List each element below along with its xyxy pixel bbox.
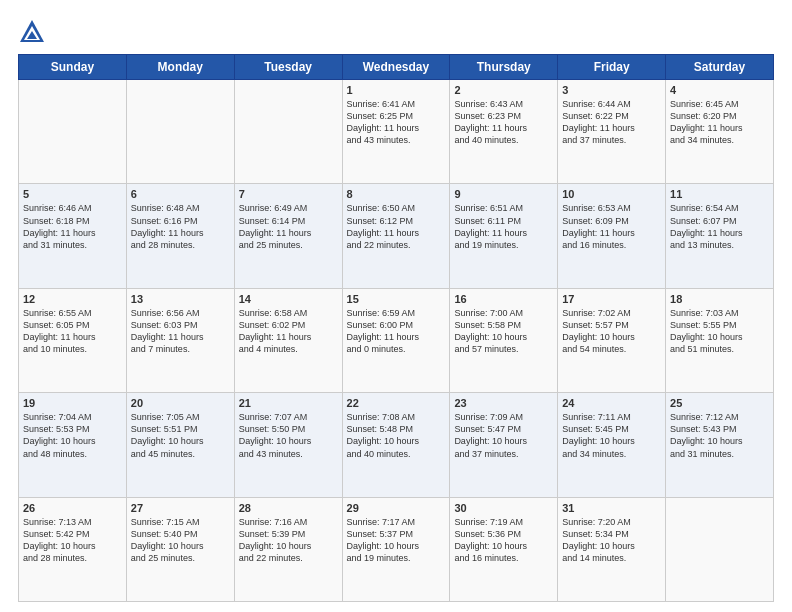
day-info: Sunrise: 6:48 AM Sunset: 6:16 PM Dayligh… bbox=[131, 202, 230, 251]
calendar-empty-cell bbox=[126, 80, 234, 184]
calendar-day-4: 4Sunrise: 6:45 AM Sunset: 6:20 PM Daylig… bbox=[666, 80, 774, 184]
day-info: Sunrise: 6:43 AM Sunset: 6:23 PM Dayligh… bbox=[454, 98, 553, 147]
day-info: Sunrise: 6:54 AM Sunset: 6:07 PM Dayligh… bbox=[670, 202, 769, 251]
day-number: 2 bbox=[454, 84, 553, 96]
day-number: 3 bbox=[562, 84, 661, 96]
calendar-day-9: 9Sunrise: 6:51 AM Sunset: 6:11 PM Daylig… bbox=[450, 184, 558, 288]
day-number: 7 bbox=[239, 188, 338, 200]
day-number: 6 bbox=[131, 188, 230, 200]
weekday-header-wednesday: Wednesday bbox=[342, 55, 450, 80]
calendar-day-25: 25Sunrise: 7:12 AM Sunset: 5:43 PM Dayli… bbox=[666, 393, 774, 497]
calendar-day-11: 11Sunrise: 6:54 AM Sunset: 6:07 PM Dayli… bbox=[666, 184, 774, 288]
page: SundayMondayTuesdayWednesdayThursdayFrid… bbox=[0, 0, 792, 612]
day-number: 28 bbox=[239, 502, 338, 514]
day-number: 18 bbox=[670, 293, 769, 305]
calendar-week-3: 12Sunrise: 6:55 AM Sunset: 6:05 PM Dayli… bbox=[19, 288, 774, 392]
calendar-day-16: 16Sunrise: 7:00 AM Sunset: 5:58 PM Dayli… bbox=[450, 288, 558, 392]
day-number: 16 bbox=[454, 293, 553, 305]
day-info: Sunrise: 6:55 AM Sunset: 6:05 PM Dayligh… bbox=[23, 307, 122, 356]
day-info: Sunrise: 6:45 AM Sunset: 6:20 PM Dayligh… bbox=[670, 98, 769, 147]
logo-icon bbox=[18, 18, 46, 46]
calendar-day-28: 28Sunrise: 7:16 AM Sunset: 5:39 PM Dayli… bbox=[234, 497, 342, 601]
day-info: Sunrise: 6:51 AM Sunset: 6:11 PM Dayligh… bbox=[454, 202, 553, 251]
calendar-week-5: 26Sunrise: 7:13 AM Sunset: 5:42 PM Dayli… bbox=[19, 497, 774, 601]
day-info: Sunrise: 6:50 AM Sunset: 6:12 PM Dayligh… bbox=[347, 202, 446, 251]
day-number: 23 bbox=[454, 397, 553, 409]
day-number: 1 bbox=[347, 84, 446, 96]
calendar-week-2: 5Sunrise: 6:46 AM Sunset: 6:18 PM Daylig… bbox=[19, 184, 774, 288]
day-number: 9 bbox=[454, 188, 553, 200]
calendar-day-6: 6Sunrise: 6:48 AM Sunset: 6:16 PM Daylig… bbox=[126, 184, 234, 288]
calendar-day-19: 19Sunrise: 7:04 AM Sunset: 5:53 PM Dayli… bbox=[19, 393, 127, 497]
calendar-day-27: 27Sunrise: 7:15 AM Sunset: 5:40 PM Dayli… bbox=[126, 497, 234, 601]
day-number: 30 bbox=[454, 502, 553, 514]
day-number: 17 bbox=[562, 293, 661, 305]
weekday-header-monday: Monday bbox=[126, 55, 234, 80]
day-number: 31 bbox=[562, 502, 661, 514]
calendar-body: 1Sunrise: 6:41 AM Sunset: 6:25 PM Daylig… bbox=[19, 80, 774, 602]
calendar-day-18: 18Sunrise: 7:03 AM Sunset: 5:55 PM Dayli… bbox=[666, 288, 774, 392]
day-number: 25 bbox=[670, 397, 769, 409]
day-info: Sunrise: 6:53 AM Sunset: 6:09 PM Dayligh… bbox=[562, 202, 661, 251]
calendar-table: SundayMondayTuesdayWednesdayThursdayFrid… bbox=[18, 54, 774, 602]
day-number: 5 bbox=[23, 188, 122, 200]
day-info: Sunrise: 7:02 AM Sunset: 5:57 PM Dayligh… bbox=[562, 307, 661, 356]
day-number: 15 bbox=[347, 293, 446, 305]
calendar-day-26: 26Sunrise: 7:13 AM Sunset: 5:42 PM Dayli… bbox=[19, 497, 127, 601]
calendar-day-8: 8Sunrise: 6:50 AM Sunset: 6:12 PM Daylig… bbox=[342, 184, 450, 288]
calendar-day-24: 24Sunrise: 7:11 AM Sunset: 5:45 PM Dayli… bbox=[558, 393, 666, 497]
day-number: 4 bbox=[670, 84, 769, 96]
calendar-day-1: 1Sunrise: 6:41 AM Sunset: 6:25 PM Daylig… bbox=[342, 80, 450, 184]
weekday-header-friday: Friday bbox=[558, 55, 666, 80]
day-number: 24 bbox=[562, 397, 661, 409]
calendar-empty-cell bbox=[666, 497, 774, 601]
day-info: Sunrise: 7:08 AM Sunset: 5:48 PM Dayligh… bbox=[347, 411, 446, 460]
day-info: Sunrise: 7:00 AM Sunset: 5:58 PM Dayligh… bbox=[454, 307, 553, 356]
weekday-header-thursday: Thursday bbox=[450, 55, 558, 80]
calendar-week-1: 1Sunrise: 6:41 AM Sunset: 6:25 PM Daylig… bbox=[19, 80, 774, 184]
day-info: Sunrise: 7:04 AM Sunset: 5:53 PM Dayligh… bbox=[23, 411, 122, 460]
day-number: 10 bbox=[562, 188, 661, 200]
calendar-day-12: 12Sunrise: 6:55 AM Sunset: 6:05 PM Dayli… bbox=[19, 288, 127, 392]
calendar-week-4: 19Sunrise: 7:04 AM Sunset: 5:53 PM Dayli… bbox=[19, 393, 774, 497]
calendar-day-15: 15Sunrise: 6:59 AM Sunset: 6:00 PM Dayli… bbox=[342, 288, 450, 392]
calendar-day-14: 14Sunrise: 6:58 AM Sunset: 6:02 PM Dayli… bbox=[234, 288, 342, 392]
weekday-header-tuesday: Tuesday bbox=[234, 55, 342, 80]
day-info: Sunrise: 6:46 AM Sunset: 6:18 PM Dayligh… bbox=[23, 202, 122, 251]
calendar-day-31: 31Sunrise: 7:20 AM Sunset: 5:34 PM Dayli… bbox=[558, 497, 666, 601]
day-info: Sunrise: 7:16 AM Sunset: 5:39 PM Dayligh… bbox=[239, 516, 338, 565]
day-info: Sunrise: 7:11 AM Sunset: 5:45 PM Dayligh… bbox=[562, 411, 661, 460]
day-info: Sunrise: 7:17 AM Sunset: 5:37 PM Dayligh… bbox=[347, 516, 446, 565]
calendar-day-7: 7Sunrise: 6:49 AM Sunset: 6:14 PM Daylig… bbox=[234, 184, 342, 288]
day-number: 22 bbox=[347, 397, 446, 409]
calendar-day-23: 23Sunrise: 7:09 AM Sunset: 5:47 PM Dayli… bbox=[450, 393, 558, 497]
calendar-day-5: 5Sunrise: 6:46 AM Sunset: 6:18 PM Daylig… bbox=[19, 184, 127, 288]
calendar-day-3: 3Sunrise: 6:44 AM Sunset: 6:22 PM Daylig… bbox=[558, 80, 666, 184]
calendar-empty-cell bbox=[19, 80, 127, 184]
day-info: Sunrise: 6:49 AM Sunset: 6:14 PM Dayligh… bbox=[239, 202, 338, 251]
day-number: 12 bbox=[23, 293, 122, 305]
day-number: 27 bbox=[131, 502, 230, 514]
day-info: Sunrise: 7:09 AM Sunset: 5:47 PM Dayligh… bbox=[454, 411, 553, 460]
calendar-day-22: 22Sunrise: 7:08 AM Sunset: 5:48 PM Dayli… bbox=[342, 393, 450, 497]
day-info: Sunrise: 7:05 AM Sunset: 5:51 PM Dayligh… bbox=[131, 411, 230, 460]
calendar-day-2: 2Sunrise: 6:43 AM Sunset: 6:23 PM Daylig… bbox=[450, 80, 558, 184]
day-info: Sunrise: 7:12 AM Sunset: 5:43 PM Dayligh… bbox=[670, 411, 769, 460]
weekday-row: SundayMondayTuesdayWednesdayThursdayFrid… bbox=[19, 55, 774, 80]
header bbox=[18, 18, 774, 46]
calendar-day-20: 20Sunrise: 7:05 AM Sunset: 5:51 PM Dayli… bbox=[126, 393, 234, 497]
calendar-day-17: 17Sunrise: 7:02 AM Sunset: 5:57 PM Dayli… bbox=[558, 288, 666, 392]
calendar-day-10: 10Sunrise: 6:53 AM Sunset: 6:09 PM Dayli… bbox=[558, 184, 666, 288]
day-info: Sunrise: 7:20 AM Sunset: 5:34 PM Dayligh… bbox=[562, 516, 661, 565]
day-info: Sunrise: 7:07 AM Sunset: 5:50 PM Dayligh… bbox=[239, 411, 338, 460]
day-number: 8 bbox=[347, 188, 446, 200]
day-number: 13 bbox=[131, 293, 230, 305]
day-number: 20 bbox=[131, 397, 230, 409]
weekday-header-sunday: Sunday bbox=[19, 55, 127, 80]
day-info: Sunrise: 7:19 AM Sunset: 5:36 PM Dayligh… bbox=[454, 516, 553, 565]
calendar-header: SundayMondayTuesdayWednesdayThursdayFrid… bbox=[19, 55, 774, 80]
day-info: Sunrise: 7:03 AM Sunset: 5:55 PM Dayligh… bbox=[670, 307, 769, 356]
day-info: Sunrise: 7:13 AM Sunset: 5:42 PM Dayligh… bbox=[23, 516, 122, 565]
day-info: Sunrise: 6:56 AM Sunset: 6:03 PM Dayligh… bbox=[131, 307, 230, 356]
day-number: 14 bbox=[239, 293, 338, 305]
